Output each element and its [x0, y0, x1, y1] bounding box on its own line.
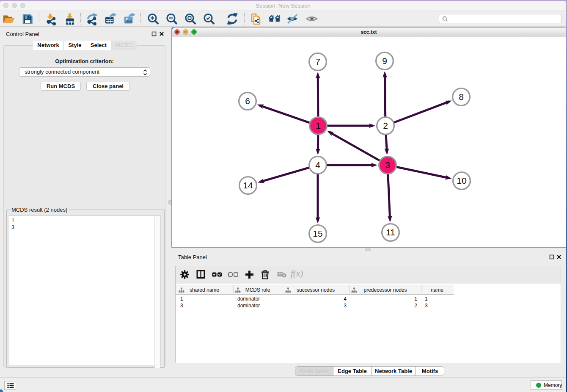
svg-text:2: 2 [383, 121, 388, 130]
svg-text:10: 10 [457, 176, 466, 185]
svg-text:4: 4 [315, 160, 320, 170]
svg-text:1: 1 [316, 121, 321, 130]
svg-text:6: 6 [245, 96, 250, 106]
svg-text:8: 8 [459, 92, 464, 102]
svg-text:15: 15 [313, 229, 322, 238]
svg-text:3: 3 [385, 160, 390, 170]
svg-text:11: 11 [386, 227, 395, 237]
svg-text:14: 14 [243, 180, 253, 190]
svg-text:7: 7 [315, 57, 320, 66]
svg-text:9: 9 [382, 56, 387, 66]
